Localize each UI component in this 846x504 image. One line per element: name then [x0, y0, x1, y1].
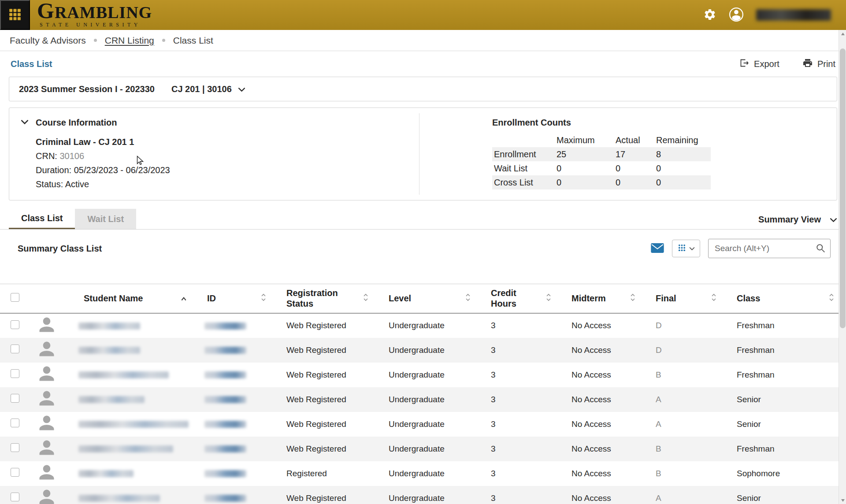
tab-class-list[interactable]: Class List	[9, 209, 75, 229]
level-cell: Undergraduate	[373, 387, 475, 412]
midterm-cell: No Access	[556, 313, 640, 338]
enrollment-col-actual: Actual	[614, 133, 654, 147]
redacted-student-id	[204, 371, 246, 378]
student-row: Web Registered Undergraduate 3 No Access…	[0, 486, 839, 504]
column-header-midterm[interactable]: Midterm	[556, 284, 640, 313]
export-button[interactable]: Export	[739, 58, 779, 70]
column-header-id[interactable]: ID	[191, 284, 271, 313]
redacted-student-id	[204, 495, 246, 502]
registration-status-cell: Web Registered	[271, 437, 373, 461]
page-title-row: Class List Export Print	[0, 51, 846, 77]
redacted-student-name	[78, 495, 160, 502]
midterm-cell: No Access	[556, 412, 640, 437]
credit-hours-cell: 3	[475, 412, 556, 437]
grid-view-options-button[interactable]	[672, 240, 700, 257]
user-account-button[interactable]	[729, 7, 744, 23]
final-grade-cell: A	[640, 486, 721, 504]
logo-secondary-text: STATE UNIVERSITY	[37, 22, 152, 28]
student-row: Web Registered Undergraduate 3 No Access…	[0, 363, 839, 387]
tabs-bar: Class List Wait List Summary View	[0, 208, 846, 230]
row-checkbox[interactable]	[11, 369, 19, 378]
row-checkbox[interactable]	[11, 419, 19, 427]
table-header-row: Student Name ID Registration Status	[0, 284, 839, 313]
redacted-student-id	[204, 445, 246, 452]
print-icon	[802, 58, 813, 70]
scrollbar-thumb[interactable]	[840, 48, 846, 328]
collapse-course-info-button[interactable]	[21, 118, 29, 126]
crn-label: CRN:	[36, 151, 57, 161]
breadcrumb-class-list: Class List	[173, 35, 213, 46]
column-header-credit-hours[interactable]: Credit Hours	[475, 284, 556, 313]
redacted-student-name	[78, 421, 189, 428]
student-avatar-icon	[37, 400, 56, 410]
crosslist-actual: 0	[614, 175, 654, 189]
waitlist-row-label: Wait List	[492, 161, 555, 175]
student-row: Web Registered Undergraduate 3 No Access…	[0, 387, 839, 412]
redacted-student-id	[204, 421, 246, 428]
enrollment-maximum: 25	[555, 147, 614, 161]
course-selector-card: 2023 Summer Session I - 202330 CJ 201 | …	[9, 77, 837, 101]
sort-toggle-icon	[363, 293, 368, 304]
select-all-checkbox[interactable]	[11, 293, 19, 302]
row-checkbox[interactable]	[11, 443, 19, 452]
column-header-registration-status[interactable]: Registration Status	[271, 284, 373, 313]
scrollbar-down-arrow[interactable]	[839, 497, 846, 504]
level-cell: Undergraduate	[373, 486, 475, 504]
settings-button[interactable]	[703, 8, 716, 22]
midterm-cell: No Access	[556, 486, 640, 504]
class-cell: Freshman	[721, 338, 839, 363]
row-checkbox[interactable]	[11, 320, 19, 329]
print-button[interactable]: Print	[802, 58, 835, 70]
view-mode-dropdown[interactable]: Summary View	[758, 215, 837, 225]
column-header-level[interactable]: Level	[373, 284, 475, 313]
column-header-final[interactable]: Final	[640, 284, 721, 313]
row-checkbox[interactable]	[11, 468, 19, 477]
breadcrumb-crn-listing[interactable]: CRN Listing	[105, 35, 154, 46]
row-checkbox[interactable]	[11, 493, 19, 501]
row-checkbox[interactable]	[11, 394, 19, 403]
sort-toggle-icon	[829, 293, 834, 304]
enrollment-col-remaining: Remaining	[654, 133, 711, 147]
row-checkbox[interactable]	[11, 345, 19, 353]
status-label: Status:	[36, 179, 63, 189]
breadcrumb-faculty-advisors[interactable]: Faculty & Advisors	[10, 35, 86, 46]
level-cell: Undergraduate	[373, 412, 475, 437]
crn-line: CRN: 30106	[36, 149, 170, 163]
registration-status-cell: Registered	[271, 461, 373, 486]
email-button[interactable]	[651, 243, 664, 254]
search-icon	[816, 243, 825, 254]
scrollbar-up-arrow[interactable]	[839, 30, 846, 37]
credit-hours-cell: 3	[475, 338, 556, 363]
search-submit-button[interactable]	[811, 239, 830, 258]
level-cell: Undergraduate	[373, 313, 475, 338]
column-header-class[interactable]: Class	[721, 284, 839, 313]
class-cell: Senior	[721, 387, 839, 412]
duration-line: Duration: 05/23/2023 - 06/23/2023	[36, 163, 170, 177]
credit-hours-cell: 3	[475, 313, 556, 338]
student-row: Web Registered Undergraduate 3 No Access…	[0, 338, 839, 363]
registration-status-cell: Web Registered	[271, 486, 373, 504]
chevron-down-icon	[238, 84, 245, 94]
student-avatar-icon	[37, 499, 56, 504]
duration-label: Duration:	[36, 165, 71, 175]
student-avatar-icon	[37, 327, 56, 336]
sort-toggle-icon	[261, 293, 266, 304]
student-row: Web Registered Undergraduate 3 No Access…	[0, 437, 839, 461]
redacted-student-id	[204, 470, 246, 477]
apps-grid-icon	[9, 8, 21, 22]
final-grade-cell: A	[640, 412, 721, 437]
apps-menu-button[interactable]	[0, 0, 30, 30]
course-dropdown[interactable]: CJ 201 | 30106	[171, 84, 245, 94]
search-input[interactable]	[709, 244, 811, 253]
column-header-student-name[interactable]: Student Name	[68, 284, 191, 313]
email-icon	[651, 243, 664, 254]
midterm-cell: No Access	[556, 338, 640, 363]
breadcrumb-separator	[94, 39, 97, 42]
enrollment-counts-heading: Enrollment Counts	[492, 118, 711, 128]
tab-wait-list[interactable]: Wait List	[75, 209, 136, 229]
sort-toggle-icon	[711, 293, 716, 304]
sort-toggle-icon	[630, 293, 635, 304]
enrollment-remaining: 8	[654, 147, 711, 161]
credit-hours-cell: 3	[475, 437, 556, 461]
search-box	[708, 239, 831, 258]
